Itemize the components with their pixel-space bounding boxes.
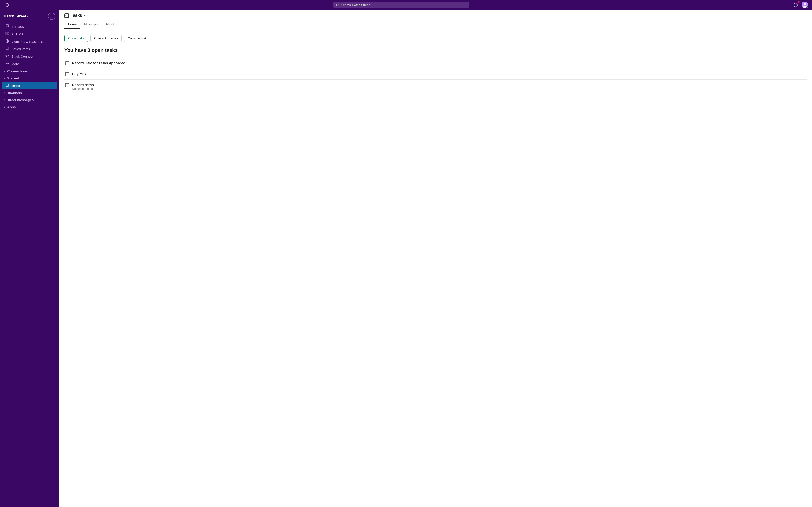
search-bar[interactable]: Search Hatch Street [333,2,469,8]
sidebar-section-connections[interactable]: ▶ Connections [0,68,59,74]
topbar-right [793,2,808,8]
tab-about[interactable]: About [102,20,118,29]
svg-point-11 [7,63,7,64]
sidebar-item-all-dms[interactable]: All DMs [2,30,57,38]
page-title-wrap: Tasks ▾ [64,13,807,18]
svg-marker-9 [6,54,9,57]
task-2-checkbox[interactable] [65,72,69,76]
starred-label: Starred [7,76,19,80]
direct-messages-label: Direct messages [7,98,34,102]
mentions-icon [5,39,9,44]
task-list: Record Intro for Tasks App video Buy mil… [64,58,807,94]
more-icon [5,62,9,66]
channels-chevron-icon: ▾ [4,92,5,94]
sidebar-section-channels[interactable]: ▾ Channels [0,90,59,96]
task-3-checkbox[interactable] [65,83,69,87]
sidebar-item-slack-connect[interactable]: Slack Connect [2,53,57,60]
task-item[interactable]: Record demo Due next month [64,80,807,94]
threads-icon [5,24,9,29]
sidebar-item-threads[interactable]: Threads [2,23,57,30]
threads-label: Threads [11,25,24,29]
saved-icon [5,47,9,51]
main-layout: Hatch Street ▾ Threads [0,10,812,507]
task-item[interactable]: Buy milk [64,69,807,80]
connections-label: Connections [7,69,28,73]
tab-messages[interactable]: Messages [81,20,102,29]
svg-point-12 [8,63,9,64]
channels-label: Channels [7,91,22,95]
tasks-sidebar-label: Tasks [11,84,20,88]
sidebar-section-starred[interactable]: ▶ Starred [0,75,59,81]
all-dms-label: All DMs [11,32,23,36]
open-tasks-filter[interactable]: Open tasks [64,35,88,42]
user-status-online [806,6,808,8]
task-item[interactable]: Record Intro for Tasks App video [64,58,807,69]
svg-point-8 [7,40,8,42]
create-task-button[interactable]: Create a task [124,35,150,42]
content-header: Tasks ▾ Home Messages About [59,10,812,29]
task-1-checkbox[interactable] [65,61,69,65]
history-icon[interactable] [4,2,10,8]
sidebar: Hatch Street ▾ Threads [0,10,59,507]
workspace-chevron-icon: ▾ [27,15,29,18]
saved-label: Saved items [11,47,30,51]
task-filters: Open tasks Completed tasks Create a task [64,35,807,42]
tasks-sidebar-icon [5,83,9,88]
tab-home[interactable]: Home [64,20,81,29]
svg-point-10 [6,63,6,64]
page-title-chevron-icon: ▾ [83,14,85,17]
search-placeholder: Search Hatch Street [341,3,369,7]
task-3-subtitle: Due next month [72,87,806,91]
slack-connect-icon [5,54,9,59]
help-notification-badge [798,1,800,3]
svg-point-6 [804,3,806,5]
tasks-page-icon [64,13,69,18]
sidebar-item-more[interactable]: More [2,60,57,67]
starred-chevron-icon: ▶ [4,77,5,79]
sidebar-nav: Threads All DMs [0,22,59,112]
completed-tasks-filter[interactable]: Completed tasks [90,35,122,42]
all-dms-icon [5,32,9,36]
compose-button[interactable] [48,13,55,20]
topbar-center: Search Hatch Street [333,2,469,8]
apps-label: Apps [7,105,16,109]
slack-connect-label: Slack Connect [11,55,33,58]
task-1-title: Record Intro for Tasks App video [72,61,806,65]
page-title[interactable]: Tasks ▾ [71,13,85,18]
connections-chevron-icon: ▶ [4,70,5,72]
content-tabs: Home Messages About [64,20,807,29]
more-label: More [11,62,19,66]
task-3-content: Record demo Due next month [72,83,806,91]
page-title-text: Tasks [71,13,82,18]
sidebar-item-saved[interactable]: Saved items [2,45,57,53]
sidebar-section-direct-messages[interactable]: ▾ Direct messages [0,97,59,103]
sidebar-item-tasks[interactable]: Tasks [2,82,57,89]
task-2-title: Buy milk [72,72,806,76]
task-1-content: Record Intro for Tasks App video [72,61,806,65]
task-2-content: Buy milk [72,72,806,76]
mentions-label: Mentions & reactions [11,40,43,44]
help-icon[interactable] [793,2,799,8]
apps-chevron-icon: ▶ [4,106,5,108]
user-avatar[interactable] [802,2,808,8]
topbar-left [4,2,10,8]
content-area: Tasks ▾ Home Messages About Open tasks C… [59,10,812,507]
task-3-title: Record demo [72,83,806,87]
svg-line-2 [338,6,339,6]
svg-rect-13 [6,84,9,87]
topbar: Search Hatch Street [0,0,812,10]
workspace-name[interactable]: Hatch Street ▾ [4,14,29,18]
task-count-heading: You have 3 open tasks [64,47,807,53]
sidebar-item-mentions[interactable]: Mentions & reactions [2,38,57,45]
sidebar-section-apps[interactable]: ▶ Apps [0,104,59,110]
direct-messages-chevron-icon: ▾ [4,99,5,101]
content-body: Open tasks Completed tasks Create a task… [59,29,812,507]
sidebar-header: Hatch Street ▾ [0,10,59,22]
